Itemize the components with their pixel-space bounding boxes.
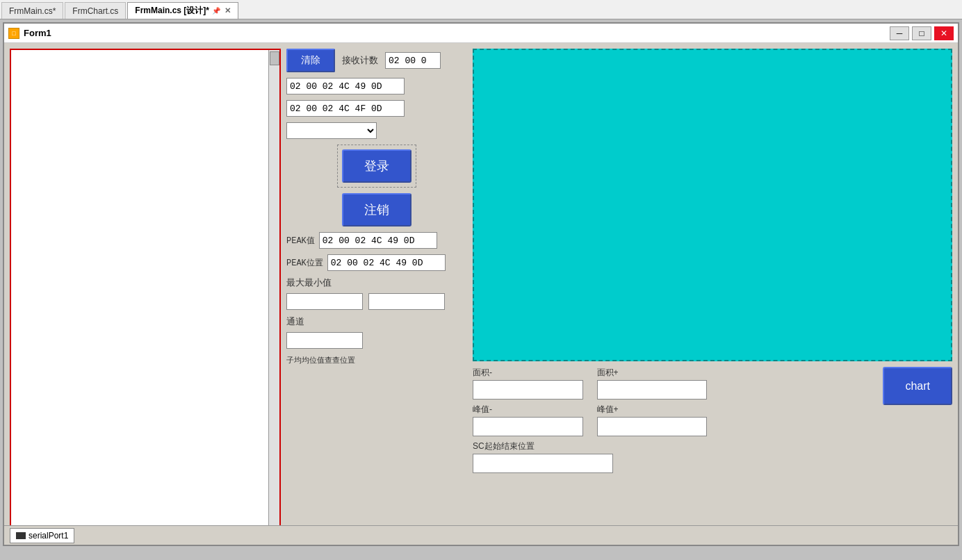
left-listbox-panel [10, 49, 281, 539]
chart-area [473, 49, 952, 361]
login-section: 登录 [286, 145, 467, 188]
area-minus-label: 面积- [473, 367, 583, 379]
peak-plus-input[interactable] [597, 417, 708, 436]
status-bar: serialPort1 [4, 525, 958, 545]
tab-close-icon[interactable]: ✕ [225, 6, 231, 15]
stats-left: 面积- 面积+ 峰值- [473, 367, 707, 473]
form-body: 清除 接收计数 登录 [4, 43, 958, 545]
peak-value-row: 峰值- 峰值+ [473, 404, 707, 436]
peak-value-input[interactable] [319, 232, 437, 249]
peak-plus-label: 峰值+ [597, 404, 708, 415]
scrollbar-thumb[interactable] [270, 51, 279, 65]
combo-select[interactable] [286, 122, 377, 139]
sc-label: SC起始结束位置 [473, 440, 707, 452]
serial-icon [16, 532, 26, 539]
max-min-section: 最大最小值 [286, 277, 467, 310]
peak-minus-item: 峰值- [473, 404, 583, 436]
window-controls: ─ □ ✕ [890, 26, 954, 40]
bottom-sub-label: 子均均位值查查位置 [286, 354, 467, 365]
tab-pin-icon: 📌 [212, 7, 220, 15]
login-button[interactable]: 登录 [342, 149, 411, 183]
peak-pos-label: PEAK位置 [286, 257, 323, 269]
clear-button[interactable]: 清除 [286, 49, 335, 72]
peak-plus-item: 峰值+ [597, 404, 708, 436]
max-input[interactable] [286, 293, 363, 310]
chart-button-wrapper: chart [718, 367, 952, 405]
sc-item: SC起始结束位置 [473, 440, 707, 473]
max-min-label: 最大最小值 [286, 277, 467, 289]
peak-minus-label: 峰值- [473, 404, 583, 415]
peak-label: PEAK值 [286, 235, 315, 247]
window-title-left: □ Form1 [8, 28, 51, 39]
top-row: 清除 接收计数 [286, 49, 467, 72]
main-window: □ Form1 ─ □ ✕ 清除 接收计数 [3, 22, 959, 546]
cancel-button[interactable]: 注销 [342, 193, 411, 227]
window-title: Form1 [24, 28, 51, 38]
window-titlebar: □ Form1 ─ □ ✕ [4, 24, 958, 43]
listbox-scrollbar[interactable] [268, 50, 279, 538]
data-row-2 [286, 100, 467, 117]
data-field-1[interactable] [286, 78, 405, 94]
sub-label-text: 子均均位值查查位置 [286, 356, 355, 364]
sc-input[interactable] [473, 454, 613, 473]
tab-frmmain-design[interactable]: FrmMain.cs [设计]* 📌 ✕ [127, 2, 238, 19]
receive-count-label: 接收计数 [342, 54, 378, 67]
chart-button[interactable]: chart [883, 367, 952, 405]
area-plus-input[interactable] [597, 380, 708, 400]
tab-frmchart-cs[interactable]: FrmChart.cs [65, 2, 126, 19]
tab-label: FrmMain.cs* [9, 6, 56, 16]
tab-frmmain-cs[interactable]: FrmMain.cs* [1, 2, 63, 19]
tab-label: FrmChart.cs [72, 6, 118, 16]
peak-pos-row: PEAK位置 [286, 254, 467, 271]
restore-button[interactable]: □ [912, 26, 931, 40]
area-minus-item: 面积- [473, 367, 583, 400]
area-row: 面积- 面积+ [473, 367, 707, 400]
serial-port-label: serialPort1 [28, 531, 68, 541]
tab-bar: FrmMain.cs* FrmChart.cs FrmMain.cs [设计]*… [0, 0, 962, 19]
peak-row: PEAK值 [286, 232, 467, 249]
tab-label: FrmMain.cs [设计]* [135, 5, 209, 17]
peak-pos-input[interactable] [327, 254, 446, 271]
min-input[interactable] [368, 293, 445, 310]
receive-count-input[interactable] [385, 52, 441, 69]
right-panel: 面积- 面积+ 峰值- [473, 49, 952, 539]
channel-section: 通道 [286, 315, 467, 349]
max-min-inputs [286, 293, 467, 310]
area-plus-item: 面积+ [597, 367, 708, 400]
minimize-button[interactable]: ─ [890, 26, 909, 40]
area-plus-label: 面积+ [597, 367, 708, 379]
middle-panel: 清除 接收计数 登录 [286, 49, 467, 539]
stats-container: 面积- 面积+ 峰值- [473, 367, 952, 473]
cancel-section: 注销 [286, 193, 467, 227]
data-field-2[interactable] [286, 100, 405, 117]
channel-label: 通道 [286, 315, 467, 328]
channel-input[interactable] [286, 332, 363, 349]
peak-minus-input[interactable] [473, 417, 583, 436]
area-minus-input[interactable] [473, 380, 583, 400]
data-row-1 [286, 78, 467, 94]
dropdown-row [286, 122, 467, 139]
serial-port-status: serialPort1 [10, 528, 74, 543]
login-wrapper: 登录 [337, 145, 416, 188]
close-button[interactable]: ✕ [934, 26, 954, 40]
form-icon: □ [8, 28, 19, 39]
